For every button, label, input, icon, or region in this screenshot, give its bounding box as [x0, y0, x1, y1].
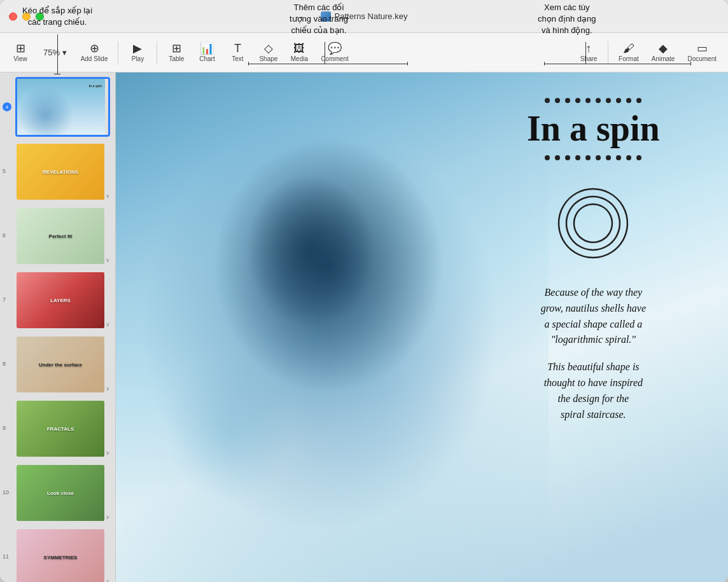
- format-icon: 🖌: [623, 43, 634, 54]
- spiral-graphic: [552, 182, 634, 267]
- slide-item[interactable]: 4 In a spin: [0, 75, 115, 139]
- slide-thumb-wrap-10: Look close: [15, 464, 110, 522]
- slide-number-11: 11: [3, 553, 9, 560]
- slide-item[interactable]: 5 REVELATIONS ∨: [0, 139, 115, 203]
- dot: [555, 155, 560, 160]
- toolbar-divider-2: [157, 41, 157, 64]
- thumb-content-10: Look close: [17, 465, 104, 521]
- slide-thumb-8: Under the surface: [17, 336, 104, 392]
- slide-panel[interactable]: 4 In a spin 5 REVELATIONS: [0, 73, 116, 582]
- slide-title-9: FRACTALS: [47, 426, 74, 432]
- slide-thumb-wrap-4: In a spin: [15, 77, 110, 137]
- slide-title-11: SYMMETRIES: [44, 555, 78, 560]
- slide-body-text-1: Because of the way theygrow, nautilus sh…: [541, 285, 646, 348]
- slide-arrow-11: ∨: [106, 578, 110, 582]
- slide-thumb-7: LAYERS: [17, 272, 104, 328]
- table-label: Table: [169, 55, 185, 62]
- text-button[interactable]: T Text: [222, 39, 253, 66]
- slide-thumb-wrap-8: Under the surface: [15, 335, 110, 394]
- shape-icon: ◇: [264, 43, 273, 54]
- dot: [596, 98, 601, 103]
- dot: [606, 98, 611, 103]
- animate-icon: ◆: [659, 43, 668, 54]
- chart-button[interactable]: 📊 Chart: [192, 39, 222, 66]
- format-label: Format: [619, 55, 639, 62]
- chart-icon: 📊: [200, 43, 214, 54]
- view-button[interactable]: ⊞ View: [5, 39, 36, 66]
- slide-number-4: 4: [3, 102, 11, 111]
- view-label: View: [13, 55, 27, 62]
- slide-thumb-wrap-11: SYMMETRIES: [15, 528, 110, 582]
- toolbar-left-group: ⊞ View 75% ▾ 75% ⊕ Add Slide: [5, 39, 114, 66]
- slide-canvas[interactable]: In a spin: [116, 73, 728, 582]
- dot: [585, 98, 591, 103]
- slide-item[interactable]: 11 SYMMETRIES ∨: [0, 524, 115, 582]
- slide-thumb-4: In a spin: [17, 79, 105, 135]
- view-icon: ⊞: [16, 43, 25, 54]
- thumb-content-11: SYMMETRIES: [17, 529, 104, 582]
- media-button[interactable]: 🖼 Media: [284, 39, 314, 66]
- slide-arrow-9: ∨: [106, 450, 110, 456]
- title-bar: Patterns Nature.key: [0, 0, 728, 33]
- thumb-content-9: FRACTALS: [17, 401, 104, 457]
- maximize-button[interactable]: [36, 12, 44, 20]
- slide-item[interactable]: 6 Perfect fit ∨: [0, 203, 115, 267]
- dot: [596, 155, 601, 160]
- slide-thumb-wrap-5: REVELATIONS: [15, 142, 110, 201]
- slide-body-text-2: This beautiful shape isthought to have i…: [544, 359, 643, 422]
- slide-item[interactable]: 9 FRACTALS ∨: [0, 396, 115, 460]
- canvas-area: In a spin: [116, 73, 728, 582]
- app-window: Patterns Nature.key ⊞ View 75% ▾ 75% ⊕ A…: [0, 0, 728, 582]
- keynote-icon: [321, 11, 331, 22]
- add-slide-label: Add Slide: [81, 55, 108, 62]
- dot: [606, 155, 611, 160]
- slide-arrow-8: ∨: [106, 385, 110, 392]
- zoom-button[interactable]: 75% ▾ 75%: [37, 45, 73, 60]
- slide-thumb-6: Perfect fit: [17, 208, 104, 264]
- document-label: Document: [687, 55, 717, 62]
- animate-label: Animate: [652, 55, 675, 62]
- document-button[interactable]: ▭ Document: [681, 39, 723, 66]
- slide-main-title: In a spin: [527, 111, 660, 146]
- slide-title-8: Under the surface: [39, 362, 82, 368]
- add-slide-icon: ⊕: [90, 43, 99, 54]
- dot: [585, 155, 591, 160]
- toolbar: ⊞ View 75% ▾ 75% ⊕ Add Slide ▶ Play ⊞ Ta…: [0, 33, 728, 73]
- dot: [545, 155, 550, 160]
- slide-right-panel: In a spin: [459, 73, 728, 582]
- share-label: Share: [580, 55, 598, 62]
- slide-item[interactable]: 8 Under the surface ∨: [0, 331, 115, 396]
- share-button[interactable]: ↑ Share: [573, 39, 604, 66]
- play-button[interactable]: ▶ Play: [122, 39, 153, 66]
- slide-item[interactable]: 10 Look close ∨: [0, 460, 115, 524]
- animate-button[interactable]: ◆ Animate: [645, 39, 682, 66]
- slide-thumb-wrap-9: FRACTALS: [15, 399, 110, 458]
- slide-title-7: LAYERS: [50, 298, 71, 303]
- slide-number-9: 9: [3, 425, 6, 431]
- zoom-icon: 75% ▾: [43, 48, 67, 57]
- dot: [575, 155, 580, 160]
- play-label: Play: [132, 55, 144, 62]
- close-button[interactable]: [9, 12, 17, 20]
- slide-number-6: 6: [3, 232, 6, 239]
- table-button[interactable]: ⊞ Table: [161, 39, 192, 66]
- comment-button[interactable]: 💬 Comment: [314, 39, 354, 66]
- format-button[interactable]: 🖌 Format: [612, 39, 645, 66]
- share-icon: ↑: [586, 43, 592, 54]
- minimize-button[interactable]: [22, 12, 31, 20]
- slide-thumb-wrap-6: Perfect fit: [15, 207, 110, 265]
- media-icon: 🖼: [293, 43, 305, 54]
- main-area: 4 In a spin 5 REVELATIONS: [0, 73, 728, 582]
- shape-button[interactable]: ◇ Shape: [253, 39, 284, 66]
- slide-item[interactable]: 7 LAYERS ∨: [0, 267, 115, 331]
- add-slide-button[interactable]: ⊕ Add Slide: [74, 39, 115, 66]
- slide-arrow-10: ∨: [106, 514, 110, 520]
- dot: [616, 98, 621, 103]
- dot: [565, 155, 570, 160]
- document-icon: ▭: [697, 43, 708, 54]
- spiral-svg: [552, 182, 634, 265]
- dot: [575, 98, 580, 103]
- slide-title-5: REVELATIONS: [43, 169, 78, 175]
- slide-title-6: Perfect fit: [49, 233, 73, 239]
- comment-icon: 💬: [328, 43, 342, 54]
